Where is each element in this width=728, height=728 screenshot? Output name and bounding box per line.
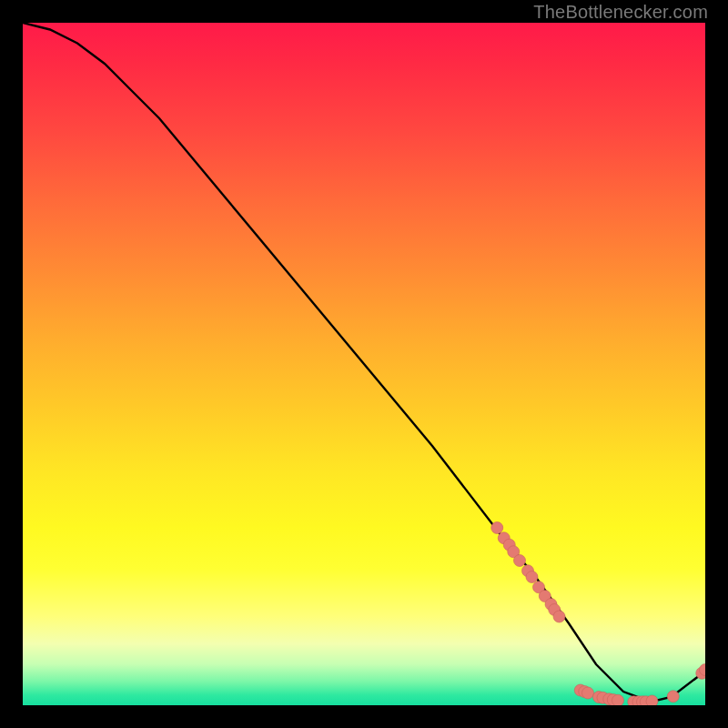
data-point: [646, 695, 658, 705]
data-point: [612, 694, 624, 705]
plot-area: [23, 23, 705, 705]
data-point: [582, 687, 594, 699]
data-point: [526, 571, 538, 583]
data-point: [553, 611, 565, 622]
attribution-text: TheBottlenecker.com: [533, 2, 708, 23]
data-point: [491, 522, 503, 534]
chart-stage: TheBottlenecker.com: [0, 0, 728, 728]
data-point: [667, 691, 679, 703]
points-layer: [23, 23, 705, 705]
data-points: [491, 522, 705, 706]
data-point: [514, 555, 526, 567]
